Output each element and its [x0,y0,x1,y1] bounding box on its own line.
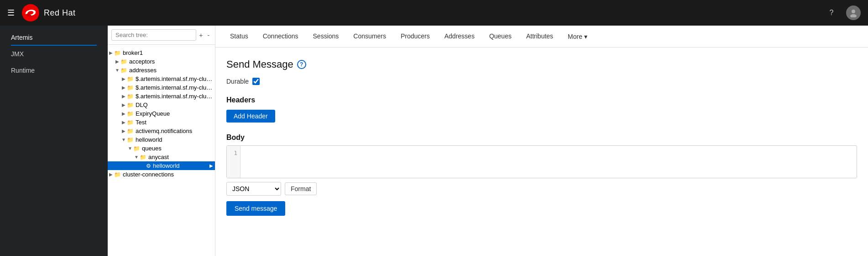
chevron-icon: ▶ [120,102,127,107]
tree-node[interactable]: ▶📁acceptors [108,57,215,66]
user-avatar[interactable] [846,5,861,20]
page-help-icon[interactable]: ? [297,60,306,69]
tab-attributes[interactable]: Attributes [519,26,560,48]
node-label: anycast [148,154,215,160]
node-label: Test [136,119,215,126]
durable-row: Durable [226,78,857,85]
sidebar: Artemis JMX Runtime [0,26,108,256]
chevron-icon: ▶ [114,59,120,64]
tree-node[interactable]: ▶📁Test [108,118,215,127]
tab-producers[interactable]: Producers [393,26,437,48]
tree-node[interactable]: ▶📁$.artemis.internal.sf.my-clust... [108,92,215,101]
chevron-icon: ▶ [120,85,127,90]
sidebar-item-artemis[interactable]: Artemis [0,29,108,46]
line-numbers: 1 [227,146,241,178]
main-layout: Artemis JMX Runtime + - ▶📁broker1▶📁accep… [0,26,868,256]
sidebar-item-jmx[interactable]: JMX [0,46,108,62]
chevron-icon: ▼ [133,155,140,160]
folder-icon: 📁 [120,59,127,65]
svg-point-3 [852,10,855,13]
collapse-all-button[interactable]: - [206,30,212,41]
tree-content: ▶📁broker1▶📁acceptors▼📁addresses▶📁$.artem… [108,45,215,256]
more-label: More [568,33,582,40]
node-label: helloworld [153,162,209,169]
editor-area[interactable] [241,146,857,178]
tree-node[interactable]: ▶📁broker1 [108,48,215,57]
add-header-button[interactable]: Add Header [226,110,275,123]
tree-node[interactable]: ▼📁queues [108,144,215,153]
tab-sessions[interactable]: Sessions [306,26,346,48]
node-label: $.artemis.internal.sf.my-clust... [136,84,215,91]
page-content: Send Message ? Durable Headers Add Heade… [215,48,868,256]
content-panel: StatusConnectionsSessionsConsumersProduc… [215,26,868,256]
folder-icon: ⚙ [146,163,151,169]
folder-icon: 📁 [127,128,134,134]
chevron-icon: ▼ [127,146,133,151]
tab-status[interactable]: Status [223,26,256,48]
chevron-icon: ▶ [120,120,127,125]
arrow-right-icon: ▶ [209,163,213,168]
tab-consumers[interactable]: Consumers [346,26,393,48]
folder-icon: 📁 [127,111,134,117]
node-label: $.artemis.internal.sf.my-clust... [136,75,215,82]
tree-search-input[interactable] [111,29,196,41]
chevron-icon: ▶ [108,50,114,55]
tree-node[interactable]: ▼📁anycast [108,153,215,161]
tree-node[interactable]: ▶📁cluster-connections [108,170,215,179]
format-select[interactable]: JSONPlain TextXML [226,182,281,196]
folder-icon: 📁 [127,76,134,82]
folder-icon: 📁 [120,67,127,74]
node-label: activemq.notifications [136,128,215,134]
body-section: Body 1 JSONPlain TextXML Format Send mes… [226,133,857,216]
format-row: JSONPlain TextXML Format [226,182,857,196]
top-nav: ☰ Red Hat ? [0,0,868,26]
node-label: cluster-connections [123,171,215,178]
chevron-icon: ▶ [108,172,114,177]
page-title: Send Message ? [226,59,857,70]
sidebar-item-runtime[interactable]: Runtime [0,62,108,79]
tree-toolbar: + - [108,26,215,45]
tab-more-button[interactable]: More▾ [560,26,595,48]
folder-icon: 📁 [114,50,121,56]
top-nav-right: ? [824,5,861,20]
brand-name: Red Hat [44,8,76,18]
tree-node[interactable]: ▶📁ExpiryQueue [108,109,215,118]
node-label: acceptors [129,58,215,65]
tree-node[interactable]: ▶📁DLQ [108,101,215,109]
tree-node[interactable]: ▶📁activemq.notifications [108,127,215,135]
brand: Red Hat [22,4,76,21]
chevron-icon: ▶ [120,76,127,81]
tree-node[interactable]: ▼📁helloworld [108,135,215,144]
chevron-icon: ▶ [120,94,127,99]
folder-icon: 📁 [127,93,134,100]
folder-icon: 📁 [127,102,134,108]
durable-checkbox[interactable] [252,78,260,85]
folder-icon: 📁 [127,137,134,143]
tab-queues[interactable]: Queues [482,26,519,48]
folder-icon: 📁 [140,154,146,160]
send-message-button[interactable]: Send message [226,201,285,216]
tree-node[interactable]: ▶📁$.artemis.internal.sf.my-clust... [108,75,215,83]
help-icon[interactable]: ? [824,5,839,20]
node-label: DLQ [136,101,215,108]
tab-addresses[interactable]: Addresses [437,26,482,48]
body-section-title: Body [226,133,857,142]
format-button[interactable]: Format [285,182,317,195]
hamburger-icon[interactable]: ☰ [7,8,15,18]
tree-node[interactable]: ⚙helloworld▶ [108,161,215,170]
node-label: ExpiryQueue [136,110,215,117]
folder-icon: 📁 [133,145,140,152]
tree-node[interactable]: ▶📁$.artemis.internal.sf.my-clust... [108,83,215,92]
node-label: $.artemis.internal.sf.my-clust... [136,93,215,100]
chevron-down-icon: ▾ [584,33,587,40]
chevron-icon: ▶ [120,128,127,133]
chevron-icon: ▼ [120,137,127,142]
durable-label: Durable [226,78,249,85]
headers-section-title: Headers [226,96,857,104]
tree-node[interactable]: ▼📁addresses [108,66,215,75]
expand-all-button[interactable]: + [198,30,204,41]
chevron-icon: ▼ [114,68,120,73]
folder-icon: 📁 [127,119,134,126]
tab-connections[interactable]: Connections [256,26,306,48]
chevron-icon: ▶ [120,111,127,116]
